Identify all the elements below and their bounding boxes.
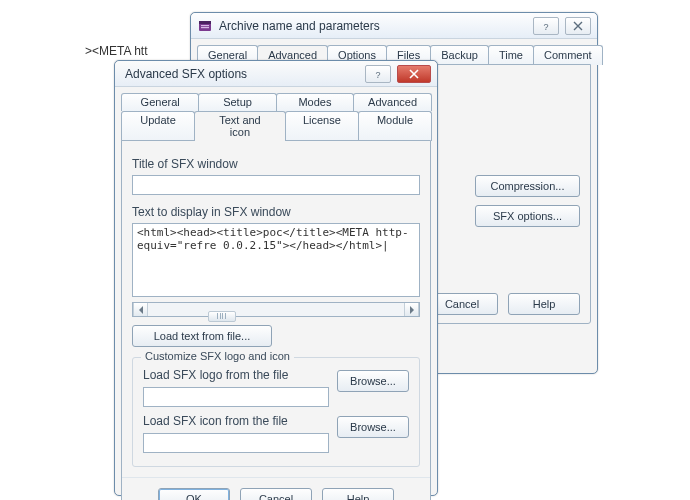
- close-icon[interactable]: [397, 65, 431, 83]
- titlebar: Archive name and parameters ?: [191, 13, 597, 39]
- browse-icon-button[interactable]: Browse...: [337, 416, 409, 438]
- tab-advanced[interactable]: Advanced: [353, 93, 432, 111]
- window-title: Advanced SFX options: [121, 67, 247, 81]
- browse-logo-button[interactable]: Browse...: [337, 370, 409, 392]
- help-button[interactable]: ?: [533, 17, 559, 35]
- tabs-row1: General Setup Modes Advanced: [121, 93, 431, 111]
- icon-path-input[interactable]: [143, 433, 329, 453]
- sfx-options-button[interactable]: SFX options...: [475, 205, 580, 227]
- help-button-footer[interactable]: Help: [322, 488, 394, 500]
- svg-rect-2: [201, 25, 209, 26]
- logo-path-input[interactable]: [143, 387, 329, 407]
- tab-general[interactable]: General: [121, 93, 199, 111]
- close-icon[interactable]: [565, 17, 591, 35]
- svg-text:?: ?: [543, 21, 548, 31]
- title-of-window-label: Title of SFX window: [132, 157, 420, 171]
- load-text-button[interactable]: Load text from file...: [132, 325, 272, 347]
- help-button-footer[interactable]: Help: [508, 293, 580, 315]
- help-button[interactable]: ?: [365, 65, 391, 83]
- textarea-hscrollbar[interactable]: [132, 302, 420, 317]
- tabs-row2: Update Text and icon License Module: [121, 111, 431, 141]
- tab-setup[interactable]: Setup: [198, 93, 276, 111]
- customize-fieldset: Customize SFX logo and icon Load SFX log…: [132, 357, 420, 467]
- tab-comment[interactable]: Comment: [533, 45, 603, 65]
- text-and-icon-panel: Title of SFX window Text to display in S…: [121, 140, 431, 500]
- titlebar: Advanced SFX options ?: [115, 61, 437, 87]
- scroll-thumb[interactable]: [208, 311, 236, 322]
- tab-update[interactable]: Update: [121, 111, 195, 141]
- svg-rect-3: [201, 27, 209, 28]
- svg-rect-1: [199, 21, 211, 24]
- dialog-footer: OK Cancel Help: [122, 477, 430, 500]
- customize-legend: Customize SFX logo and icon: [141, 350, 294, 362]
- window-title: Archive name and parameters: [219, 19, 380, 33]
- sfx-title-input[interactable]: [132, 175, 420, 195]
- tab-backup[interactable]: Backup: [430, 45, 489, 65]
- text-to-display-label: Text to display in SFX window: [132, 205, 420, 219]
- scroll-left-icon[interactable]: [133, 303, 148, 316]
- ok-button[interactable]: OK: [158, 488, 230, 500]
- scroll-right-icon[interactable]: [404, 303, 419, 316]
- tab-module[interactable]: Module: [358, 111, 432, 141]
- background-fragment: ><META htt: [85, 44, 147, 58]
- tab-text-and-icon[interactable]: Text and icon: [194, 111, 286, 141]
- advanced-sfx-options-window: Advanced SFX options ? General Setup Mod…: [114, 60, 438, 496]
- tab-modes[interactable]: Modes: [276, 93, 354, 111]
- tab-license[interactable]: License: [285, 111, 359, 141]
- compression-button[interactable]: Compression...: [475, 175, 580, 197]
- winrar-icon: [197, 18, 213, 34]
- svg-text:?: ?: [375, 69, 380, 79]
- tab-time[interactable]: Time: [488, 45, 534, 65]
- sfx-text-textarea[interactable]: [132, 223, 420, 297]
- cancel-button[interactable]: Cancel: [240, 488, 312, 500]
